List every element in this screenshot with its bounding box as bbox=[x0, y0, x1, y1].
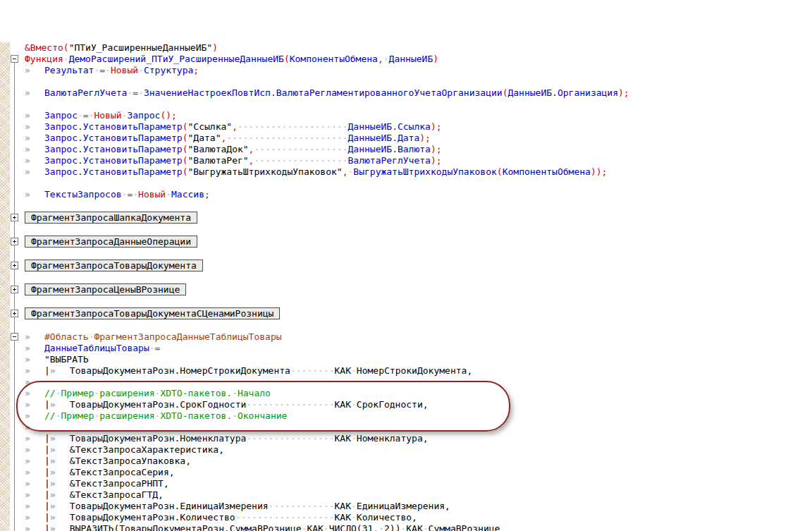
code-token: ЧИСЛО(31, bbox=[329, 523, 379, 531]
fold-expand-icon[interactable] bbox=[11, 310, 18, 317]
code-token: КАК bbox=[307, 523, 323, 531]
code-line: »ВалютаРеглУчета·=·ЗначениеНастроекПовтИ… bbox=[0, 87, 812, 99]
code-token: // bbox=[44, 410, 56, 421]
code-token: . bbox=[392, 144, 398, 154]
code-token: "ПТиУ_РасширенныеДанныеИБ" bbox=[69, 42, 213, 53]
code-token: ( bbox=[183, 121, 188, 132]
code-token: Запрос bbox=[44, 110, 78, 121]
code-token: КомпонентыОбмена bbox=[290, 54, 378, 64]
collapsed-fragment-box[interactable]: ФрагментЗапросаШапкаДокумента bbox=[25, 212, 197, 224]
code-line: »ДанныеТаблицыТовары·= bbox=[0, 343, 812, 354]
code-token: ТекстыЗапросов bbox=[44, 189, 122, 200]
code-token: | bbox=[44, 444, 50, 455]
code-token: УстановитьПараметр bbox=[83, 166, 183, 177]
code-token: ···················· bbox=[238, 121, 348, 132]
code-line: »|»&ТекстЗапросаУпаковка, bbox=[0, 456, 812, 467]
code-token: · bbox=[138, 65, 144, 75]
tab-marker-icon: » bbox=[25, 467, 44, 478]
tab-marker-icon: » bbox=[25, 377, 44, 388]
code-token: "Дата" bbox=[188, 133, 221, 143]
tab-marker-icon: » bbox=[25, 433, 44, 444]
code-token: Новый bbox=[94, 110, 121, 121]
collapsed-fragment-row: ФрагментЗапросаТоварыДокумента bbox=[0, 260, 812, 272]
code-token: ; bbox=[193, 65, 199, 75]
collapsed-fragment-row: ФрагментЗапросаТоварыДокументаСЦенамиРоз… bbox=[0, 307, 812, 320]
code-token: · bbox=[78, 110, 83, 121]
code-token: | bbox=[44, 512, 50, 523]
code-token: (); bbox=[160, 110, 176, 121]
code-token: · bbox=[324, 523, 329, 531]
fold-collapse-icon[interactable] bbox=[11, 55, 18, 63]
blank-line bbox=[0, 320, 812, 331]
fold-expand-icon[interactable] bbox=[11, 214, 18, 221]
code-token: . bbox=[392, 133, 398, 143]
code-token: КАК bbox=[406, 523, 422, 531]
code-token: | bbox=[44, 399, 50, 410]
code-token: &ТекстЗапросаСерия, bbox=[70, 467, 175, 477]
code-text: »//·Пример·расширения·XDTO-пакетов.·Окон… bbox=[25, 410, 812, 422]
code-text: »|»ВЫРАЗИТЬ(ТоварыДокументаРозн.СуммаВРо… bbox=[25, 523, 812, 531]
code-token: Пример bbox=[61, 388, 94, 398]
blank-line bbox=[0, 76, 812, 87]
code-token: Количество, bbox=[357, 512, 417, 523]
code-line: »Запрос.УстановитьПараметр("ВалютаРег",·… bbox=[0, 155, 812, 166]
blank-line bbox=[0, 178, 812, 189]
code-token: ) bbox=[433, 54, 438, 64]
code-token: ················ bbox=[246, 433, 334, 444]
code-token: . bbox=[78, 155, 83, 166]
code-token: · bbox=[232, 410, 238, 421]
code-token: СрокГодности, bbox=[357, 399, 429, 410]
tab-marker-icon: » bbox=[25, 110, 44, 121]
code-token: ВалютаРеглУчета bbox=[44, 87, 127, 98]
code-token: | bbox=[44, 433, 50, 444]
collapsed-fragment-row: ФрагментЗапросаДанныеОперации bbox=[0, 236, 812, 248]
collapsed-fragment-box[interactable]: ФрагментЗапросаТоварыДокументаСЦенамиРоз… bbox=[25, 307, 280, 319]
fold-expand-icon[interactable] bbox=[11, 238, 18, 245]
code-token: ················ bbox=[246, 399, 334, 410]
code-line: »//·Пример·расширения·XDTO-пакетов.·Окон… bbox=[0, 410, 812, 422]
code-token: ( bbox=[183, 155, 188, 166]
code-token: . bbox=[271, 87, 276, 98]
code-token: КАК bbox=[335, 399, 351, 410]
blank-line bbox=[0, 224, 812, 236]
blank-line bbox=[0, 296, 812, 307]
code-token: , bbox=[378, 54, 383, 64]
tab-marker-icon: » bbox=[25, 512, 44, 523]
code-token: Пример bbox=[61, 410, 94, 421]
code-text: »ДанныеТаблицыТовары·= bbox=[25, 343, 812, 354]
code-text: »|»&ТекстЗапросаГТД, bbox=[25, 489, 812, 501]
code-token: 2)) bbox=[384, 523, 400, 531]
code-token: ТоварыДокументаРозн.НомерСтрокиДокумента bbox=[70, 365, 290, 376]
code-token: Дата bbox=[398, 133, 419, 143]
fold-expand-icon[interactable] bbox=[11, 286, 18, 293]
collapsed-fragment-row: ФрагментЗапросаЦеныВРознице bbox=[0, 283, 812, 296]
fold-expand-icon[interactable] bbox=[11, 262, 18, 269]
collapsed-fragment-box[interactable]: ФрагментЗапросаЦеныВРознице bbox=[25, 283, 186, 295]
blank-line bbox=[0, 99, 812, 110]
code-token: #Область bbox=[44, 331, 89, 342]
code-token: УстановитьПараметр bbox=[83, 155, 183, 166]
code-token: Валюта bbox=[398, 144, 431, 154]
code-text: »"ВЫБРАТЬ bbox=[25, 354, 812, 365]
collapsed-fragment-box[interactable]: ФрагментЗапросаТоварыДокумента bbox=[25, 260, 203, 271]
tab-marker-icon: » bbox=[25, 189, 44, 200]
code-token: | bbox=[44, 489, 50, 500]
fold-collapse-icon[interactable] bbox=[11, 333, 18, 341]
code-token: "ВалютаДок" bbox=[188, 144, 249, 154]
code-line: »Запрос.УстановитьПараметр("Дата",······… bbox=[0, 133, 812, 144]
code-token: ДанныеИБ bbox=[348, 121, 393, 132]
code-token: ); bbox=[419, 133, 431, 143]
code-token: ДанныеИБ bbox=[348, 133, 393, 143]
code-token: Запрос bbox=[44, 133, 78, 143]
collapsed-fragment-box[interactable]: ФрагментЗапросаДанныеОперации bbox=[25, 236, 197, 248]
code-text: »Результат·=·Новый·Структура; bbox=[25, 65, 812, 76]
collapsed-fragment-row: ФрагментЗапросаШапкаДокумента bbox=[0, 212, 812, 224]
code-token: ВалютаРеглУчета bbox=[348, 155, 431, 166]
code-token: ФрагментЗапросаДанныеТаблицыТовары bbox=[94, 331, 281, 342]
tab-marker-icon: » bbox=[50, 478, 70, 489]
code-token: УстановитьПараметр bbox=[83, 133, 183, 143]
code-line: »Запрос.УстановитьПараметр("ВыгружатьШтр… bbox=[0, 166, 812, 178]
tab-marker-icon: » bbox=[25, 87, 44, 99]
code-text: »#Область·ФрагментЗапросаДанныеТаблицыТо… bbox=[25, 331, 812, 343]
code-token: ( bbox=[63, 42, 69, 53]
